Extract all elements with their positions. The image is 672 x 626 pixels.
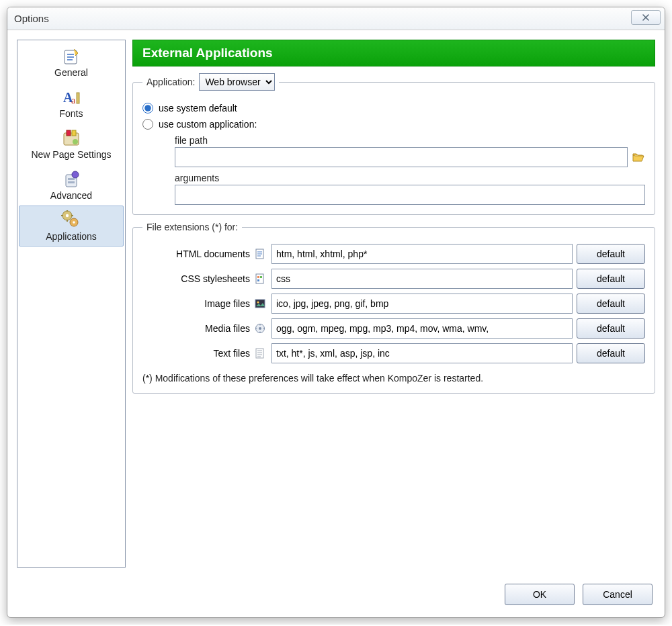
svg-point-13 <box>66 214 69 217</box>
ext-input-html[interactable] <box>271 244 573 264</box>
ext-label-image: Image files <box>142 298 250 309</box>
ext-row-image: Image files default <box>142 294 645 314</box>
css-file-icon <box>254 273 266 285</box>
ext-input-media[interactable] <box>271 318 573 339</box>
svg-rect-24 <box>257 279 259 281</box>
ext-label-css: CSS stylesheets <box>142 273 250 284</box>
svg-rect-21 <box>256 274 263 283</box>
svg-point-26 <box>257 302 259 304</box>
svg-point-7 <box>73 139 78 144</box>
newpage-icon <box>60 128 82 148</box>
application-dropdown[interactable]: Web browser <box>199 73 275 91</box>
sidebar-item-newpage[interactable]: New Page Settings <box>19 124 124 165</box>
svg-rect-5 <box>67 130 71 136</box>
file-extensions-group: File extensions (*) for: HTML documents … <box>132 222 655 394</box>
cancel-button[interactable]: Cancel <box>583 584 653 605</box>
folder-open-icon <box>632 152 644 163</box>
ext-row-html: HTML documents default <box>142 244 645 264</box>
ext-label-text: Text files <box>142 348 250 359</box>
application-legend: Application: Web browser <box>142 73 279 91</box>
image-file-icon <box>254 298 266 310</box>
radio-custom-row[interactable]: use custom application: <box>142 119 645 130</box>
dialog-body: General Aa Fonts New Page Settings Advan… <box>7 30 665 577</box>
sidebar-item-applications[interactable]: Applications <box>19 206 124 247</box>
sidebar-item-label: Advanced <box>50 190 92 201</box>
category-sidebar: General Aa Fonts New Page Settings Advan… <box>17 40 126 568</box>
default-button-media[interactable]: default <box>577 318 645 339</box>
file-path-input[interactable] <box>175 147 628 167</box>
sidebar-item-label: Fonts <box>59 108 83 119</box>
window-title: Options <box>14 13 49 24</box>
ext-row-media: Media files default <box>142 318 645 339</box>
radio-custom-label: use custom application: <box>159 119 257 130</box>
close-button[interactable] <box>631 10 661 25</box>
file-extensions-legend: File extensions (*) for: <box>142 222 242 232</box>
svg-point-28 <box>259 327 261 330</box>
svg-rect-25 <box>255 300 265 308</box>
panel-title: External Applications <box>142 46 273 60</box>
default-button-html[interactable]: default <box>577 244 645 264</box>
svg-rect-23 <box>260 276 262 278</box>
sidebar-item-label: Applications <box>46 231 97 242</box>
restart-note: (*) Modifications of these preferences w… <box>142 373 645 384</box>
radio-system-label: use system default <box>159 103 237 114</box>
text-file-icon <box>254 347 266 359</box>
ext-input-text[interactable] <box>271 343 573 363</box>
file-path-label: file path <box>175 135 645 146</box>
ext-row-css: CSS stylesheets default <box>142 269 645 289</box>
svg-rect-10 <box>68 178 75 180</box>
sidebar-item-fonts[interactable]: Aa Fonts <box>19 83 124 124</box>
options-dialog: Options General Aa Fonts <box>7 7 665 618</box>
titlebar: Options <box>7 7 665 30</box>
default-button-text[interactable]: default <box>577 343 645 363</box>
radio-custom-app[interactable] <box>142 119 153 130</box>
application-label: Application: <box>146 77 195 87</box>
svg-text:a: a <box>71 95 76 105</box>
html-file-icon <box>254 248 266 260</box>
sidebar-item-label: New Page Settings <box>31 149 111 160</box>
advanced-icon <box>60 169 82 189</box>
ok-button[interactable]: OK <box>505 584 575 605</box>
ext-label-html: HTML documents <box>142 249 250 259</box>
default-button-image[interactable]: default <box>577 294 645 314</box>
ext-input-css[interactable] <box>271 269 573 289</box>
close-icon <box>642 13 650 21</box>
browse-button[interactable] <box>632 151 645 163</box>
svg-rect-6 <box>72 130 76 136</box>
applications-icon <box>60 210 82 230</box>
media-file-icon <box>254 322 266 334</box>
dialog-footer: OK Cancel <box>7 577 665 617</box>
panel-header: External Applications <box>132 40 655 66</box>
sidebar-item-advanced[interactable]: Advanced <box>19 165 124 206</box>
arguments-input[interactable] <box>175 185 645 205</box>
fonts-icon: Aa <box>60 87 82 107</box>
ext-row-text: Text files default <box>142 343 645 363</box>
svg-point-19 <box>73 221 75 224</box>
main-panel: External Applications Application: Web b… <box>132 40 655 568</box>
ext-input-image[interactable] <box>271 294 573 314</box>
application-group: Application: Web browser use system defa… <box>132 73 655 215</box>
svg-rect-11 <box>68 181 75 183</box>
sidebar-item-general[interactable]: General <box>19 42 124 83</box>
svg-point-9 <box>72 171 79 178</box>
svg-rect-22 <box>257 276 259 278</box>
arguments-label: arguments <box>175 173 645 183</box>
default-button-css[interactable]: default <box>577 269 645 289</box>
sidebar-item-label: General <box>54 67 88 78</box>
general-icon <box>60 46 82 66</box>
radio-system-row[interactable]: use system default <box>142 103 645 114</box>
ext-label-media: Media files <box>142 323 250 334</box>
radio-system-default[interactable] <box>142 103 153 114</box>
svg-rect-3 <box>77 93 79 103</box>
